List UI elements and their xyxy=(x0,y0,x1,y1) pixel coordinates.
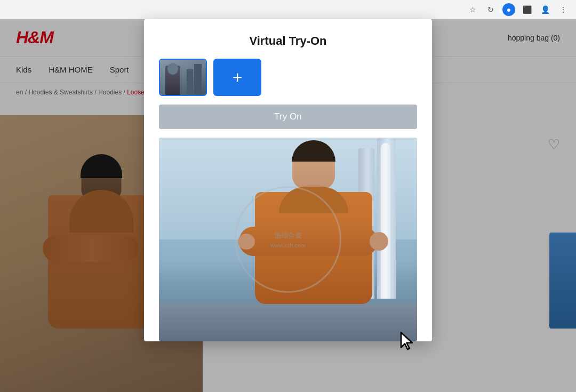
virtual-try-on-modal: Virtual Try-On + Try On xyxy=(144,19,432,341)
more-icon[interactable]: ⋮ xyxy=(557,3,570,16)
star-icon[interactable]: ☆ xyxy=(466,3,479,16)
person-hood xyxy=(279,187,348,213)
try-on-result-area: 迅综合资 www.xzh.com xyxy=(159,138,417,341)
modal-title: Virtual Try-On xyxy=(159,34,417,48)
photo-slot-1[interactable] xyxy=(159,59,207,96)
photo-slots-container: + xyxy=(159,59,417,96)
person-crossed-arms xyxy=(239,227,378,256)
result-person xyxy=(223,139,404,304)
refresh-icon[interactable]: ↻ xyxy=(484,3,497,16)
person-hair xyxy=(292,140,335,162)
browser-toolbar: ☆ ↻ ● ⬛ 👤 ⋮ xyxy=(0,0,576,19)
try-on-button[interactable]: Try On xyxy=(159,105,417,129)
person-hand-right xyxy=(370,232,388,251)
slot-person-preview xyxy=(160,60,206,95)
user-icon[interactable]: 👤 xyxy=(539,3,551,16)
result-ground xyxy=(159,299,417,341)
profile-icon[interactable]: ● xyxy=(502,3,515,16)
extension-icon[interactable]: ⬛ xyxy=(521,3,533,16)
person-hand-left xyxy=(238,234,255,250)
add-icon: + xyxy=(233,69,243,86)
photo-slot-add[interactable]: + xyxy=(213,59,261,96)
